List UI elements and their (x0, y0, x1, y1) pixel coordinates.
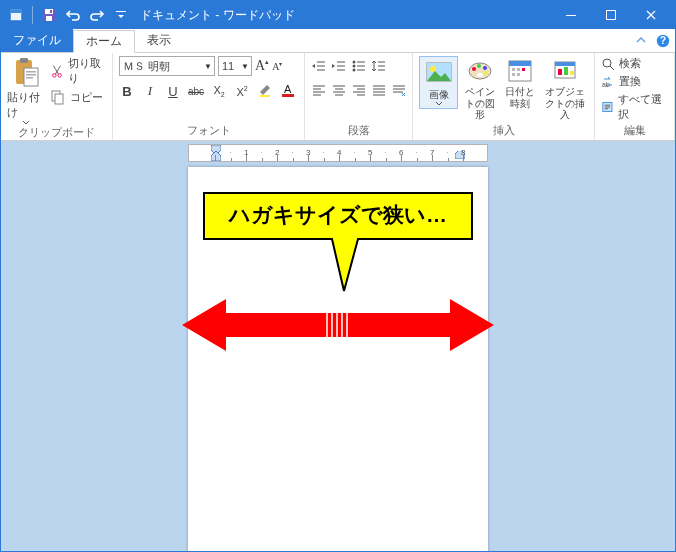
svg-rect-39 (512, 68, 515, 71)
ruler[interactable]: ·1·2·3·4·5·6·7·8 (188, 144, 488, 162)
paragraph-settings-icon[interactable] (391, 82, 407, 100)
insert-datetime-button[interactable]: 日付と時刻 (501, 56, 540, 109)
insert-image-label: 画像 (429, 89, 449, 101)
group-paragraph: 段落 (305, 53, 413, 140)
align-right-icon[interactable] (351, 82, 367, 100)
svg-point-19 (58, 74, 61, 77)
align-center-icon[interactable] (331, 82, 347, 100)
svg-rect-7 (116, 11, 126, 12)
title-bar: ドキュメント - ワードパッド (1, 1, 675, 29)
font-group-label: フォント (119, 123, 298, 140)
close-button[interactable] (631, 1, 671, 29)
svg-point-33 (477, 64, 481, 68)
insert-datetime-label: 日付と時刻 (501, 86, 540, 109)
svg-rect-24 (282, 94, 294, 97)
insert-paint-label: ペイントの図形 (460, 86, 499, 121)
justify-icon[interactable] (371, 82, 387, 100)
insert-object-button[interactable]: オブジェクトの挿入 (542, 56, 588, 121)
insert-group-label: 挿入 (419, 123, 588, 140)
insert-paint-button[interactable]: ペイントの図形 (460, 56, 499, 121)
line-spacing-icon[interactable] (371, 58, 387, 76)
chevron-down-icon (435, 101, 443, 106)
strike-button[interactable]: abc (188, 86, 204, 97)
tab-strip: ファイル ホーム 表示 ? (1, 29, 675, 53)
svg-rect-41 (522, 68, 525, 71)
cut-button[interactable]: 切り取り (50, 56, 106, 86)
tab-home[interactable]: ホーム (73, 30, 135, 53)
undo-icon[interactable] (62, 4, 84, 26)
tab-view[interactable]: 表示 (135, 29, 183, 52)
bold-button[interactable]: B (119, 84, 135, 99)
svg-point-27 (353, 69, 356, 72)
minimize-button[interactable] (551, 1, 591, 29)
qat-customize-icon[interactable] (110, 4, 132, 26)
app-menu-button[interactable] (5, 4, 27, 26)
svg-rect-16 (26, 74, 36, 76)
ribbon: 貼り付け 切り取り コピー クリップボード ＭＳ 明朝 ▼ (1, 53, 675, 141)
chevron-down-icon: ▼ (204, 62, 212, 71)
paste-button[interactable]: 貼り付け (7, 56, 46, 125)
svg-point-35 (484, 71, 488, 75)
svg-rect-2 (11, 10, 21, 13)
font-name-combo[interactable]: ＭＳ 明朝 ▼ (119, 56, 215, 76)
increase-indent-icon[interactable] (331, 58, 347, 76)
ribbon-minimize-icon[interactable] (631, 29, 651, 52)
group-insert: 画像 ペイントの図形 日付と時刻 オブジェクトの挿入 挿入 (413, 53, 595, 140)
group-edit: 検索 ab 置換 すべて選択 編集 (595, 53, 675, 140)
italic-button[interactable]: I (142, 83, 158, 99)
svg-rect-8 (566, 15, 576, 16)
copy-button[interactable]: コピー (50, 89, 106, 105)
svg-text:A: A (284, 83, 292, 95)
font-color-button[interactable]: A (280, 82, 296, 100)
highlight-color-button[interactable] (257, 82, 273, 100)
group-font: ＭＳ 明朝 ▼ 11 ▼ A▴ A▾ B I U abc X2 X2 A (113, 53, 305, 140)
quick-access-toolbar (5, 4, 132, 26)
svg-point-32 (472, 67, 476, 71)
align-left-icon[interactable] (311, 82, 327, 100)
group-clipboard: 貼り付け 切り取り コピー クリップボード (1, 53, 113, 140)
bullets-icon[interactable] (351, 58, 367, 76)
superscript-button[interactable]: X2 (234, 85, 250, 98)
svg-rect-13 (20, 58, 28, 63)
svg-rect-43 (517, 73, 520, 76)
redo-icon[interactable] (86, 4, 108, 26)
selectall-button[interactable]: すべて選択 (601, 92, 668, 122)
page[interactable]: ハガキサイズで狭い… (188, 167, 488, 552)
svg-point-34 (483, 66, 487, 70)
callout-text: ハガキサイズで狭い… (202, 201, 474, 229)
shrink-font-icon[interactable]: A▾ (272, 60, 282, 72)
svg-rect-38 (509, 61, 531, 66)
insert-object-label: オブジェクトの挿入 (542, 86, 588, 121)
svg-rect-46 (558, 69, 562, 75)
selectall-label: すべて選択 (618, 92, 668, 122)
find-button[interactable]: 検索 (601, 56, 668, 71)
maximize-button[interactable] (591, 1, 631, 29)
insert-image-button[interactable]: 画像 (419, 56, 458, 109)
decrease-indent-icon[interactable] (311, 58, 327, 76)
replace-button[interactable]: ab 置換 (601, 74, 668, 89)
find-label: 検索 (619, 56, 641, 71)
svg-rect-22 (260, 95, 270, 97)
font-size-combo[interactable]: 11 ▼ (218, 56, 252, 76)
clipboard-group-label: クリップボード (7, 125, 106, 142)
window-controls (551, 1, 671, 29)
svg-rect-9 (607, 11, 616, 20)
svg-rect-17 (26, 77, 33, 79)
save-icon[interactable] (38, 4, 60, 26)
svg-text:ab: ab (602, 81, 610, 88)
paste-label: 貼り付け (7, 90, 46, 120)
svg-point-26 (353, 65, 356, 68)
subscript-button[interactable]: X2 (211, 84, 227, 98)
document-area: ·1·2·3·4·5·6·7·8 ハガキサイズで狭い… (1, 141, 675, 552)
grow-font-icon[interactable]: A▴ (255, 58, 269, 74)
underline-button[interactable]: U (165, 84, 181, 99)
svg-rect-21 (55, 94, 63, 104)
help-button[interactable]: ? (651, 29, 675, 52)
svg-text:?: ? (660, 35, 666, 46)
svg-rect-40 (517, 68, 520, 71)
svg-marker-53 (211, 151, 221, 161)
svg-rect-45 (555, 62, 575, 66)
svg-rect-5 (46, 16, 52, 21)
double-arrow (182, 295, 494, 355)
tab-file[interactable]: ファイル (1, 29, 73, 52)
